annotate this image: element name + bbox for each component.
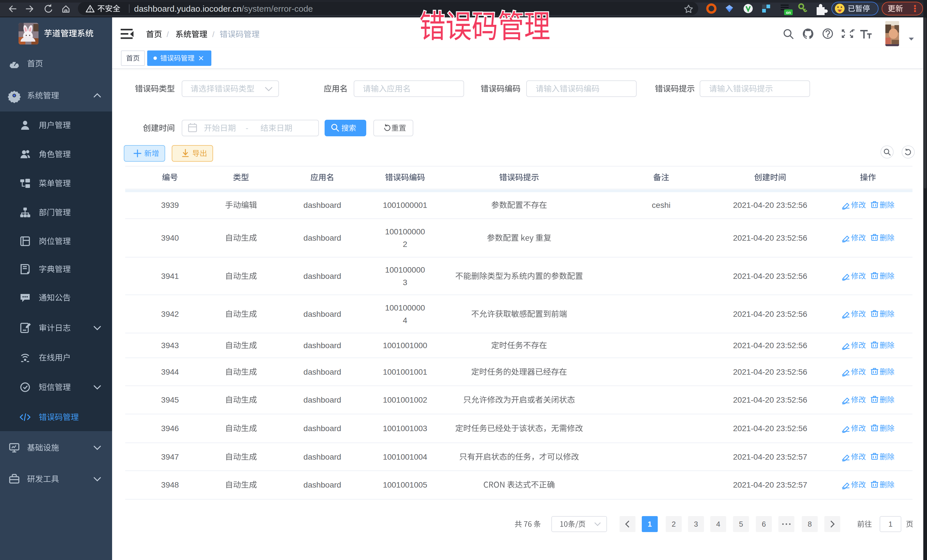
svg-text:2021-04-20 23:52:56: 2021-04-20 23:52:56 — [733, 234, 807, 242]
svg-text:dashboard: dashboard — [304, 367, 341, 376]
svg-text:2021-04-20 23:52:56: 2021-04-20 23:52:56 — [733, 341, 807, 350]
svg-text:1001001001: 1001001001 — [383, 367, 427, 376]
svg-text:1001001000: 1001001000 — [383, 341, 427, 350]
svg-text:2021-04-20 23:52:56: 2021-04-20 23:52:56 — [733, 424, 807, 433]
svg-text:3945: 3945 — [161, 396, 179, 404]
svg-text:3948: 3948 — [161, 480, 179, 489]
svg-text:4: 4 — [403, 316, 407, 325]
svg-text:3942: 3942 — [161, 310, 179, 319]
svg-text:1001001003: 1001001003 — [383, 424, 427, 433]
svg-text:2: 2 — [403, 240, 407, 249]
svg-text:3947: 3947 — [161, 452, 179, 461]
svg-text:1001001002: 1001001002 — [383, 396, 427, 404]
svg-text:dashboard: dashboard — [304, 452, 341, 461]
svg-text:dashboard: dashboard — [304, 396, 341, 404]
svg-text:3939: 3939 — [161, 201, 179, 209]
svg-text:3943: 3943 — [161, 341, 179, 350]
svg-text:3940: 3940 — [161, 234, 179, 242]
svg-text:2021-04-20 23:52:56: 2021-04-20 23:52:56 — [733, 272, 807, 281]
svg-text:1001001005: 1001001005 — [383, 480, 427, 489]
svg-text:100100000: 100100000 — [385, 266, 425, 274]
svg-text:2021-04-20 23:52:57: 2021-04-20 23:52:57 — [733, 452, 807, 461]
svg-text:dashboard: dashboard — [304, 272, 341, 281]
svg-text:dashboard: dashboard — [304, 310, 341, 319]
svg-text:dashboard: dashboard — [304, 201, 341, 209]
svg-text:dashboard: dashboard — [304, 234, 341, 242]
svg-text:2021-04-20 23:52:56: 2021-04-20 23:52:56 — [733, 201, 807, 209]
svg-text:2021-04-20 23:52:56: 2021-04-20 23:52:56 — [733, 367, 807, 376]
svg-text:3944: 3944 — [161, 367, 179, 376]
svg-text:2021-04-20 23:52:57: 2021-04-20 23:52:57 — [733, 480, 807, 489]
svg-text:100100000: 100100000 — [385, 304, 425, 312]
svg-text:100100000: 100100000 — [385, 227, 425, 236]
svg-text:dashboard: dashboard — [304, 424, 341, 433]
svg-text:dashboard: dashboard — [304, 341, 341, 350]
svg-text:2021-04-20 23:52:56: 2021-04-20 23:52:56 — [733, 310, 807, 319]
svg-text:1001001004: 1001001004 — [383, 452, 427, 461]
svg-text:dashboard: dashboard — [304, 480, 341, 489]
svg-text:2021-04-20 23:52:56: 2021-04-20 23:52:56 — [733, 396, 807, 404]
svg-text:1001000001: 1001000001 — [383, 201, 427, 209]
svg-text:ceshi: ceshi — [652, 201, 670, 209]
svg-text:3941: 3941 — [161, 272, 179, 281]
svg-text:3946: 3946 — [161, 424, 179, 433]
svg-text:3: 3 — [403, 278, 407, 287]
